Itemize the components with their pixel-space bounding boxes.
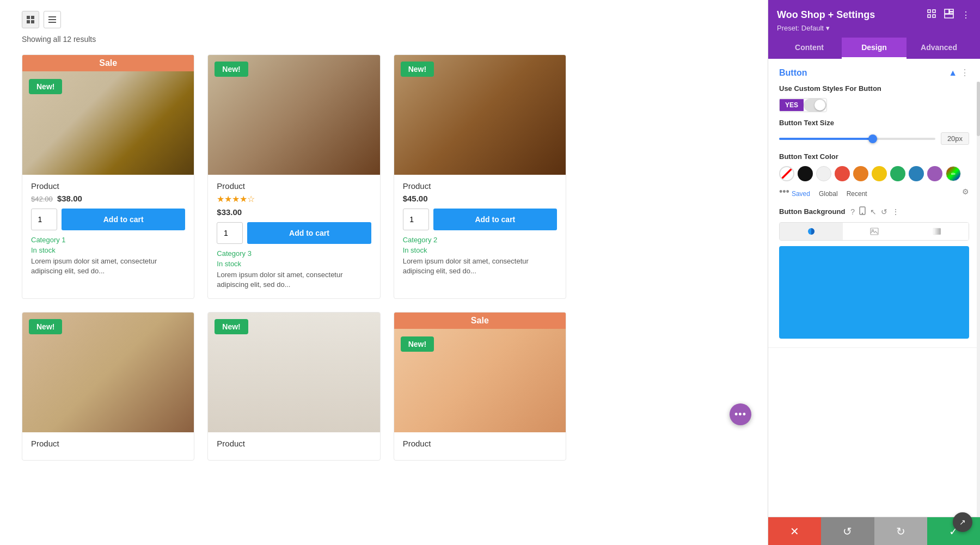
text-size-label: Button Text Size: [779, 119, 969, 127]
bg-tab-gradient[interactable]: [905, 223, 969, 240]
right-panel: Woo Shop + Settings ⋮ Preset:: [768, 0, 980, 545]
quantity-input[interactable]: [217, 222, 243, 244]
color-tabs-row: ••• Saved Global Recent ⚙: [779, 186, 969, 198]
preset-label: Preset: Default: [777, 24, 824, 32]
section-more-icon[interactable]: ⋮: [960, 68, 969, 78]
svg-rect-3: [31, 20, 34, 23]
svg-rect-0: [27, 16, 30, 19]
bg-tab-color[interactable]: [780, 223, 843, 240]
quantity-input[interactable]: [31, 209, 57, 230]
svg-rect-4: [48, 16, 56, 17]
toggle-thumb[interactable]: [804, 99, 826, 112]
tab-design[interactable]: Design: [842, 38, 906, 59]
new-badge: New!: [401, 62, 434, 77]
color-tab-recent[interactable]: Recent: [847, 190, 867, 198]
tab-advanced[interactable]: Advanced: [906, 38, 971, 59]
sale-banner: Sale: [22, 55, 194, 71]
stock-status: In stock: [403, 246, 557, 254]
button-section: Button ▲ ⋮ Use Custom Styles For Button …: [768, 59, 980, 348]
category-link[interactable]: Category 2: [403, 236, 557, 244]
color-swatch-edit[interactable]: ✏: [946, 166, 961, 181]
new-badge: New!: [29, 79, 62, 94]
undo-button[interactable]: ↺: [821, 517, 874, 545]
add-to-cart-button[interactable]: Add to cart: [433, 209, 557, 230]
toggle-yes-no[interactable]: YES: [779, 98, 827, 112]
floating-dots-button[interactable]: •••: [730, 403, 751, 425]
product-info: Product $45.00 Add to cart Category 2 In…: [394, 175, 566, 285]
collapse-icon[interactable]: ▲: [948, 68, 957, 78]
new-badge: New!: [29, 319, 62, 334]
color-tabs: Saved Global Recent: [792, 190, 867, 198]
bg-undo-icon[interactable]: ↺: [881, 207, 887, 216]
product-rating: ★★★★☆: [217, 194, 371, 204]
color-swatch-white[interactable]: [816, 166, 831, 181]
bg-help-icon[interactable]: ?: [850, 207, 855, 216]
product-price: $42.00 $38.00: [31, 194, 185, 203]
product-info: Product: [208, 432, 379, 460]
btn-bg-label: Button Background: [779, 207, 845, 216]
slider-fill: [779, 138, 873, 140]
focus-icon-button[interactable]: [926, 8, 938, 22]
new-badge: New!: [215, 62, 248, 77]
color-swatches: ✏: [779, 166, 969, 181]
product-image-wrap: New!: [394, 55, 566, 175]
bg-cursor-icon[interactable]: ↖: [870, 207, 877, 216]
color-swatch-orange[interactable]: [853, 166, 868, 181]
more-colors-icon[interactable]: •••: [779, 186, 789, 198]
product-price: $33.00: [217, 207, 371, 217]
product-image: [22, 55, 194, 175]
category-link[interactable]: Category 1: [31, 236, 185, 244]
color-swatch-purple[interactable]: [927, 166, 942, 181]
product-card: Sale New! Product: [394, 312, 566, 461]
product-name: Product: [217, 181, 371, 191]
cancel-button[interactable]: ✕: [768, 517, 821, 545]
product-price: $45.00: [403, 194, 557, 203]
color-swatch-green[interactable]: [890, 166, 905, 181]
add-to-cart-button[interactable]: Add to cart: [62, 209, 185, 230]
layout-icon-button[interactable]: [943, 8, 955, 22]
product-image-wrap: New!: [208, 55, 379, 175]
svg-rect-5: [48, 19, 56, 20]
category-link[interactable]: Category 3: [217, 249, 371, 258]
add-to-cart-button[interactable]: Add to cart: [247, 222, 371, 244]
more-options-button[interactable]: ⋮: [960, 9, 971, 21]
svg-rect-11: [945, 9, 949, 14]
text-size-slider[interactable]: [779, 138, 935, 140]
color-swatch-black[interactable]: [798, 166, 813, 181]
color-swatch-red[interactable]: [835, 166, 850, 181]
custom-styles-label: Use Custom Styles For Button: [779, 84, 969, 93]
bg-tab-image[interactable]: [843, 223, 906, 240]
tab-content[interactable]: Content: [777, 38, 842, 59]
bg-section-header: Button Background ? ↖ ↺ ⋮: [779, 206, 969, 217]
image-tab-icon: [870, 227, 879, 236]
slider-thumb[interactable]: [868, 134, 877, 143]
bg-more-icon[interactable]: ⋮: [892, 207, 899, 216]
color-tab-saved[interactable]: Saved: [792, 190, 810, 198]
price-new: $38.00: [57, 194, 82, 203]
add-to-cart-row: Add to cart: [31, 209, 185, 230]
add-to-cart-row: Add to cart: [403, 209, 557, 230]
bg-mobile-icon[interactable]: [859, 206, 866, 217]
scrollbar-thumb[interactable]: [977, 82, 980, 136]
floating-help-button[interactable]: ↗: [953, 512, 972, 532]
grid-view-button[interactable]: [22, 11, 39, 28]
text-size-value[interactable]: 20px: [941, 132, 969, 145]
results-count: Showing all 12 results: [22, 35, 746, 44]
svg-rect-17: [871, 228, 878, 235]
list-view-button[interactable]: [44, 11, 61, 28]
color-swatch-yellow[interactable]: [872, 166, 887, 181]
gradient-tab-icon: [933, 227, 941, 236]
color-tab-global[interactable]: Global: [819, 190, 838, 198]
text-color-label: Button Text Color: [779, 152, 969, 161]
section-header: Button ▲ ⋮: [779, 68, 969, 78]
color-settings-icon[interactable]: ⚙: [962, 187, 969, 196]
scrollbar-track[interactable]: [977, 82, 980, 517]
quantity-input[interactable]: [403, 209, 429, 230]
color-swatch-blue[interactable]: [909, 166, 924, 181]
button-background-section: Button Background ? ↖ ↺ ⋮: [779, 206, 969, 339]
main-content: Showing all 12 results Sale New! Product…: [0, 0, 768, 545]
redo-button[interactable]: ↻: [874, 517, 927, 545]
new-badge: New!: [401, 336, 434, 352]
color-swatch-transparent[interactable]: [779, 166, 794, 181]
section-controls: ▲ ⋮: [948, 68, 969, 78]
